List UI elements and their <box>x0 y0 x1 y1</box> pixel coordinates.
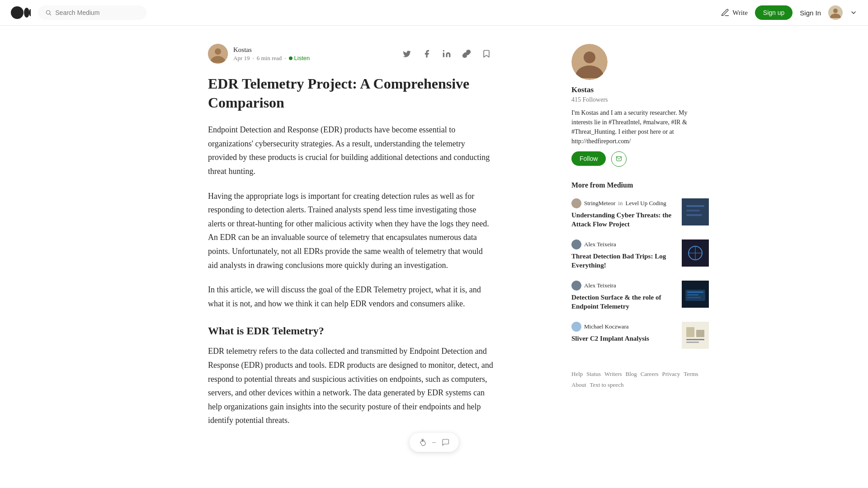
svg-rect-29 <box>686 327 694 337</box>
svg-rect-32 <box>686 342 699 343</box>
sidebar-footer: Help Status Writers Blog Careers Privacy… <box>571 371 709 389</box>
article-paragraph-3: In this article, we will discuss the goa… <box>208 283 494 310</box>
svg-point-1 <box>24 8 29 18</box>
rec-author-avatar-3[interactable] <box>571 281 581 291</box>
svg-point-11 <box>571 198 581 208</box>
sidebar-author-avatar[interactable] <box>571 44 608 80</box>
search-icon <box>45 9 52 16</box>
rec-title-2[interactable]: Threat Detection Bad Trips: Log Everythi… <box>571 252 676 270</box>
footer-link-careers[interactable]: Careers <box>641 371 659 378</box>
article-date: Apr 19 <box>233 55 250 62</box>
article-paragraph-4: EDR telemetry refers to the data collect… <box>208 344 494 427</box>
recommended-article-3: Alex Teixeira Detection Surface & the ro… <box>571 281 709 311</box>
header: Write Sign up Sign In <box>0 0 868 26</box>
header-left <box>11 5 146 20</box>
sidebar-followers: 415 Followers <box>571 96 709 103</box>
rec-author-name-3: Alex Teixeira <box>584 282 616 289</box>
write-icon <box>721 8 730 17</box>
medium-logo[interactable] <box>11 6 31 19</box>
rec-content-2: Alex Teixeira Threat Detection Bad Trips… <box>571 239 676 270</box>
search-input[interactable] <box>55 9 139 16</box>
rec-title-1[interactable]: Understanding Cyber Threats: the Attack … <box>571 211 676 229</box>
svg-rect-30 <box>696 330 704 337</box>
recommended-article-2: Alex Teixeira Threat Detection Bad Trips… <box>571 239 709 270</box>
linkedin-share-icon[interactable] <box>439 47 454 61</box>
rec-pub-1: Level Up Coding <box>625 200 666 207</box>
article-title: EDR Telemetry Project: A Comprehensive C… <box>208 75 494 112</box>
svg-point-10 <box>584 52 595 63</box>
listen-button[interactable]: Listen <box>289 55 310 61</box>
svg-point-8 <box>443 50 444 52</box>
svg-rect-24 <box>687 291 703 293</box>
svg-point-16 <box>571 239 581 249</box>
signup-button[interactable]: Sign up <box>755 5 793 20</box>
footer-link-terms[interactable]: Terms <box>684 371 698 378</box>
rec-author-row-2: Alex Teixeira <box>571 239 676 249</box>
author-name[interactable]: Kostas <box>233 46 310 54</box>
header-right: Write Sign up Sign In <box>721 5 857 20</box>
bookmark-icon[interactable] <box>479 47 494 61</box>
footer-link-about[interactable]: About <box>571 381 586 389</box>
rec-author-row-3: Alex Teixeira <box>571 281 676 291</box>
article-paragraph-1: Endpoint Detection and Response (EDR) pr… <box>208 123 494 178</box>
article-main: Kostas Apr 19 · 6 min read · Listen <box>197 26 505 474</box>
svg-rect-14 <box>686 210 700 211</box>
signin-button[interactable]: Sign In <box>800 9 821 17</box>
sidebar-author-name: Kostas <box>571 85 709 94</box>
rec-author-name-4: Michael Koczwara <box>584 323 629 330</box>
footer-link-blog[interactable]: Blog <box>626 371 637 378</box>
clap-button[interactable] <box>415 436 430 449</box>
twitter-share-icon[interactable] <box>400 47 414 61</box>
page-layout: Kostas Apr 19 · 6 min read · Listen <box>145 0 723 474</box>
rec-title-3[interactable]: Detection Surface & the role of Endpoint… <box>571 293 676 311</box>
svg-rect-25 <box>687 294 698 296</box>
subscribe-button[interactable] <box>611 151 627 167</box>
rec-author-avatar-1[interactable] <box>571 198 581 208</box>
svg-rect-13 <box>686 205 704 207</box>
dot-separator2: · <box>284 55 286 62</box>
floating-toolbar: -- <box>410 433 459 452</box>
rec-title-4[interactable]: Sliver C2 Implant Analysis <box>571 334 676 343</box>
svg-point-5 <box>833 9 838 13</box>
footer-link-text-to-speech[interactable]: Text to speech <box>590 381 624 389</box>
svg-point-0 <box>11 6 24 19</box>
footer-link-writers[interactable]: Writers <box>604 371 622 378</box>
svg-point-27 <box>571 322 581 332</box>
rec-author-avatar-4[interactable] <box>571 322 581 332</box>
footer-link-privacy[interactable]: Privacy <box>662 371 680 378</box>
chevron-down-icon[interactable] <box>850 9 857 16</box>
listen-dot <box>289 56 292 60</box>
sidebar-author-card: Kostas 415 Followers I'm Kostas and I am… <box>571 44 709 167</box>
footer-link-help[interactable]: Help <box>571 371 583 378</box>
author-info: Kostas Apr 19 · 6 min read · Listen <box>208 44 310 64</box>
write-button[interactable]: Write <box>721 8 748 17</box>
svg-point-7 <box>215 48 221 55</box>
rec-author-avatar-2[interactable] <box>571 239 581 249</box>
author-avatar[interactable] <box>208 44 228 64</box>
rec-author-name-2: Alex Teixeira <box>584 241 616 248</box>
article-paragraph-2: Having the appropriate logs is important… <box>208 189 494 272</box>
rec-in-1: in <box>618 200 623 207</box>
author-details: Apr 19 · 6 min read · Listen <box>233 55 310 62</box>
sidebar-bio-link[interactable]: http://thedfireport.com/ <box>571 138 631 145</box>
facebook-share-icon[interactable] <box>420 47 434 61</box>
footer-link-status[interactable]: Status <box>586 371 601 378</box>
article-body: EDR Telemetry Project: A Comprehensive C… <box>208 75 494 427</box>
search-bar[interactable] <box>38 5 146 20</box>
rec-thumbnail-3 <box>682 281 709 308</box>
rec-author-row-1: StringMeteor in Level Up Coding <box>571 198 676 208</box>
follow-button[interactable]: Follow <box>571 151 606 166</box>
sidebar: Kostas 415 Followers I'm Kostas and I am… <box>557 26 723 474</box>
comment-button[interactable] <box>438 436 453 449</box>
listen-label: Listen <box>294 55 310 61</box>
svg-rect-31 <box>686 339 704 340</box>
rec-content-1: StringMeteor in Level Up Coding Understa… <box>571 198 676 229</box>
svg-rect-12 <box>682 198 709 225</box>
more-from-medium-title: More from Medium <box>571 181 709 189</box>
user-avatar[interactable] <box>828 5 843 20</box>
link-share-icon[interactable] <box>459 47 474 61</box>
rec-thumbnail-2 <box>682 239 709 267</box>
svg-rect-15 <box>686 214 702 216</box>
recommended-article-1: StringMeteor in Level Up Coding Understa… <box>571 198 709 229</box>
rec-author-row-4: Michael Koczwara <box>571 322 676 332</box>
